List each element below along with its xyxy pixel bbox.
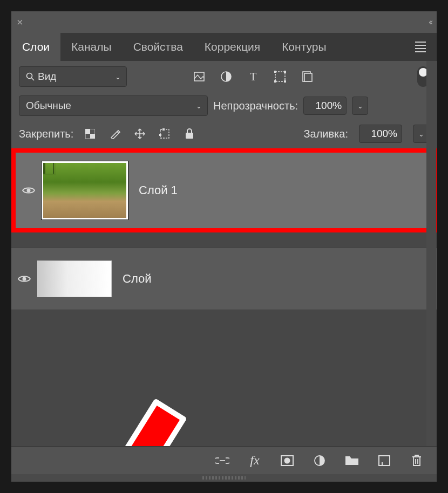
layer-name[interactable]: Слой 1 [139,183,178,197]
opacity-label: Непрозрачность: [213,100,298,112]
filter-image-icon[interactable] [193,70,206,83]
tab-channels[interactable]: Каналы [60,33,123,61]
lock-artboard-icon[interactable] [159,128,171,140]
tab-adjustments[interactable]: Коррекция [194,33,271,61]
new-layer-icon[interactable] [377,454,391,468]
svg-rect-6 [274,71,276,73]
lock-pixels-icon[interactable] [109,128,121,140]
tab-properties[interactable]: Свойства [123,33,194,61]
filter-adjustment-icon[interactable] [220,70,233,83]
svg-rect-13 [85,129,90,134]
svg-rect-16 [162,128,165,131]
svg-rect-18 [186,133,193,139]
filter-kind-dropdown[interactable]: Вид ⌄ [19,66,127,87]
svg-rect-11 [304,73,312,81]
search-icon [26,72,35,81]
fill-input[interactable]: 100% [359,125,402,143]
fill-label: Заливка: [303,128,348,140]
layer-row[interactable]: Слой [11,248,437,310]
layers-bottom-bar: fx [11,446,437,474]
svg-rect-8 [274,80,276,83]
close-icon[interactable]: × [17,16,23,29]
lock-label: Закрепить: [19,128,73,140]
svg-point-19 [27,189,31,193]
annotation-arrow [145,402,275,446]
layer-row[interactable]: Слой 1 [11,148,437,232]
filter-kind-label: Вид [38,71,56,83]
adjustment-layer-icon[interactable] [313,454,327,468]
filter-smartobject-icon[interactable] [301,70,314,83]
layer-thumbnail[interactable] [42,161,128,220]
panel-menu-icon[interactable] [410,36,431,58]
blend-mode-dropdown[interactable]: Обычные ⌄ [19,95,208,116]
blend-mode-value: Обычные [26,100,71,112]
svg-line-1 [32,78,35,81]
svg-point-0 [27,73,32,79]
svg-rect-15 [160,129,169,138]
filter-shape-icon[interactable] [274,70,287,83]
layers-list: Слой 1 Слой [11,148,437,446]
layers-gap [11,232,437,248]
tab-layers[interactable]: Слои [11,33,60,61]
resize-grip[interactable] [11,474,437,482]
lock-all-icon[interactable] [184,128,195,140]
lock-row: Закрепить: Заливка: 100% ⌄ [11,119,437,148]
blend-row: Обычные ⌄ Непрозрачность: 100% ⌄ [11,92,437,119]
layers-panel: × ‹‹ Слои Каналы Свойства Коррекция Конт… [11,11,437,482]
layer-style-icon[interactable]: fx [248,454,262,468]
filter-type-icon[interactable]: T [247,70,260,83]
panel-tabs: Слои Каналы Свойства Коррекция Контуры [11,33,437,61]
titlebar: × ‹‹ [11,11,437,33]
svg-rect-14 [90,134,95,139]
tab-paths[interactable]: Контуры [271,33,337,61]
visibility-toggle[interactable] [16,186,42,195]
opacity-input[interactable]: 100% [303,97,347,115]
visibility-toggle[interactable] [11,275,37,283]
svg-point-22 [284,457,290,463]
chevron-down-icon: ⌄ [115,73,121,81]
filter-kind-icons: T [193,70,314,83]
layer-thumbnail[interactable] [37,261,112,297]
collapse-icon[interactable]: ‹‹ [429,17,431,27]
lock-transparency-icon[interactable] [84,128,96,140]
svg-rect-17 [159,134,161,136]
new-group-icon[interactable] [345,454,359,468]
chevron-down-icon: ⌄ [196,102,202,110]
add-mask-icon[interactable] [280,454,294,468]
svg-text:T: T [250,71,256,83]
svg-rect-9 [284,80,286,83]
scrollbar-rail[interactable] [426,61,436,446]
layer-name[interactable]: Слой [123,272,152,286]
filter-row: Вид ⌄ T [11,61,437,92]
lock-position-icon[interactable] [134,128,146,140]
link-layers-icon[interactable] [215,454,229,468]
delete-layer-icon[interactable] [410,454,424,468]
svg-rect-5 [275,72,285,81]
svg-rect-24 [379,456,390,465]
opacity-chevron[interactable]: ⌄ [352,97,368,115]
svg-rect-7 [284,71,286,73]
svg-point-20 [23,277,26,280]
